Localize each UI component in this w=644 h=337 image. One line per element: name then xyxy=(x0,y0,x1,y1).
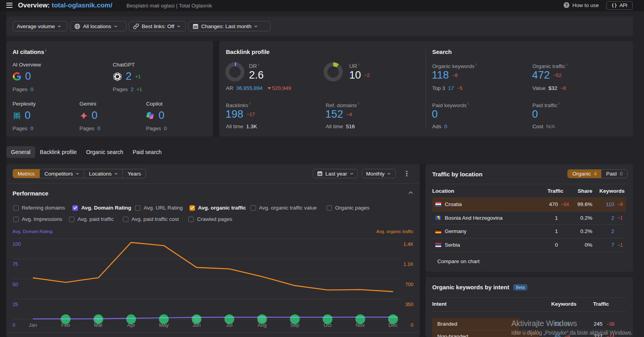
location-share: 0% xyxy=(570,242,599,248)
value-row: Value $32 −8 xyxy=(532,85,566,91)
traffic-by-location-card: Traffic by location Organic4Paid0 Locati… xyxy=(426,164,633,272)
organic-traffic-value[interactable]: 472 xyxy=(532,69,550,81)
intent-traffic: 227 xyxy=(582,333,606,337)
refdomains-value[interactable]: 152 xyxy=(325,108,343,120)
top3-row: Top 3 17 −5 xyxy=(432,85,462,91)
paid-traffic-row: 0 xyxy=(532,108,538,120)
svg-text:G: G xyxy=(97,317,100,321)
backlinks-value[interactable]: 198 xyxy=(225,108,244,120)
ar-value[interactable]: 36,855,894 xyxy=(236,85,263,91)
ur-value: 10 xyxy=(349,69,361,81)
changes-dropdown[interactable]: Changes: Last month xyxy=(188,21,271,31)
ai-citation-item: Perplexity 0 Pages 0 xyxy=(13,101,36,131)
location-row[interactable]: Germany 1 0.2% 2 xyxy=(432,224,626,238)
month-label: Jan xyxy=(29,322,37,328)
ai-item-pages: Pages 0 xyxy=(13,86,41,92)
toggle-organic[interactable]: Organic4 xyxy=(568,170,601,178)
paid-keywords-value[interactable]: 0 xyxy=(432,108,438,120)
ur-delta: −2 xyxy=(364,73,370,78)
col-keywords: Keywords xyxy=(599,188,626,194)
tab-general[interactable]: General xyxy=(6,146,35,158)
location-traffic: 1 xyxy=(534,215,558,221)
best-links-dropdown[interactable]: Best links: Off xyxy=(129,21,186,31)
location-traffic: 1 xyxy=(534,228,558,234)
braces-icon xyxy=(612,3,617,8)
paid-traffic-label: Paid traffici xyxy=(532,102,559,108)
chevron-down-icon xyxy=(177,25,180,28)
dr-donut-gauge xyxy=(225,62,245,82)
month-label: May xyxy=(159,322,169,328)
location-traffic-delta: −54 xyxy=(558,202,570,207)
intent-table-header: Intent Keywords Traffic xyxy=(432,298,626,312)
location-traffic: 0 xyxy=(534,242,558,248)
ai-item-pages: Pages 0 xyxy=(146,125,167,131)
ai-citation-item: AI Overview 0 Pages 0 xyxy=(13,62,41,92)
flag-croatia xyxy=(435,202,441,206)
ar-label: AR xyxy=(226,85,233,91)
cost-row: Cost N/A xyxy=(532,124,555,129)
average-volume-label: Average volume xyxy=(17,23,55,29)
intent-rows: Branded 53 +1 245 −38 Non-branded 65 −9 … xyxy=(432,312,626,337)
location-row[interactable]: Bosnia And Herzegovina 1 0.2% 2 −1 xyxy=(432,211,626,225)
location-keywords: 2 xyxy=(599,228,617,234)
gemini-icon xyxy=(79,111,88,120)
api-button[interactable]: API xyxy=(606,1,633,10)
filter-toolbar: Average volume All locations Best links:… xyxy=(6,16,633,36)
performance-chart[interactable]: GGG2550751003507001.1K1.4K00JanFebMarApr… xyxy=(6,164,420,337)
intent-row[interactable]: Branded 53 +1 245 −38 xyxy=(432,318,626,330)
ai-item-value[interactable]: 2 xyxy=(126,70,132,82)
location-name: Serbia xyxy=(432,242,534,248)
location-name: Germany xyxy=(432,228,534,234)
left-axis-tick: 0 xyxy=(13,323,15,328)
paid-keywords-row: 0 xyxy=(432,108,438,120)
organic-keywords-value[interactable]: 118 xyxy=(432,69,449,81)
tab-organic-search[interactable]: Organic search xyxy=(81,146,128,158)
average-volume-dropdown[interactable]: Average volume xyxy=(13,21,67,31)
paid-traffic-value[interactable]: 0 xyxy=(532,108,538,120)
dr-value: 2.6 xyxy=(249,69,264,81)
tab-paid-search[interactable]: Paid search xyxy=(128,146,166,158)
globe-icon xyxy=(74,23,80,29)
location-row[interactable]: Croatia 470 −54 99.6% 110 −9 xyxy=(432,197,626,211)
perplexity-icon xyxy=(13,111,21,120)
intent-name: Branded xyxy=(432,321,540,327)
location-name: Bosnia And Herzegovina xyxy=(432,215,534,221)
right-axis-tick: 0 xyxy=(411,323,413,328)
all-locations-dropdown[interactable]: All locations xyxy=(70,21,126,31)
location-row[interactable]: Serbia 0 0% 7 −1 xyxy=(432,238,626,252)
ai-item-value-row: 0 xyxy=(79,110,100,121)
ai-item-value[interactable]: 0 xyxy=(92,109,97,122)
location-keywords-delta: −1 xyxy=(617,215,626,220)
month-label: Mar xyxy=(94,322,103,328)
hamburger-menu-icon[interactable] xyxy=(6,3,13,8)
toggle-paid[interactable]: Paid0 xyxy=(601,170,627,178)
ai-item-value[interactable]: 0 xyxy=(25,70,31,82)
backlink-profile-title: Backlink profile xyxy=(226,48,270,55)
ai-item-label: Perplexity xyxy=(13,101,36,107)
compare-on-chart-link[interactable]: Compare on chart xyxy=(437,258,480,264)
intent-row[interactable]: Non-branded 65 −9 227 −14 xyxy=(432,330,626,337)
ai-item-value[interactable]: 0 xyxy=(159,109,164,122)
col-location: Location xyxy=(432,188,534,194)
organic-paid-toggle: Organic4Paid0 xyxy=(567,169,628,178)
refdomains-delta: −4 xyxy=(346,112,352,117)
section-tabs: GeneralBacklink profileOrganic searchPai… xyxy=(6,146,166,158)
right-axis-tick: 1.1K xyxy=(403,262,413,267)
ur-label: URi xyxy=(349,63,359,69)
col-keywords: Keywords xyxy=(551,301,577,307)
question-circle-icon: ? xyxy=(563,2,570,8)
ai-item-value-row: 0 xyxy=(13,71,41,82)
location-keywords: 7 xyxy=(599,242,617,248)
location-table-header: Location Traffic Share Keywords xyxy=(432,184,626,197)
ai-item-value[interactable]: 0 xyxy=(25,109,31,122)
backlinks-value-row: 198 −17 xyxy=(225,108,255,120)
organic-traffic-row: 472 −52 xyxy=(532,69,561,81)
chevron-down-icon xyxy=(58,25,61,28)
how-to-use-link[interactable]: ? How to use xyxy=(563,2,599,8)
ur-donut-gauge xyxy=(323,62,343,82)
beta-badge: Beta xyxy=(513,284,528,290)
intent-traffic-delta: −38 xyxy=(606,321,626,327)
changes-label: Changes: Last month xyxy=(201,23,251,29)
tab-backlink-profile[interactable]: Backlink profile xyxy=(35,146,81,158)
page-title-domain[interactable]: total-oglasnik.com/ xyxy=(52,2,112,9)
